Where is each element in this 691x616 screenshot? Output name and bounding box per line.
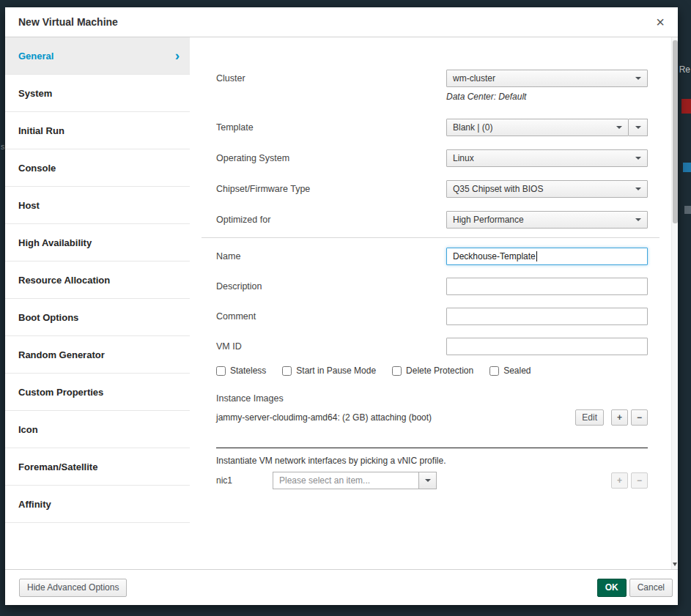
sealed-checkbox[interactable] xyxy=(489,366,499,376)
chipset-firmware-label: Chipset/Firmware Type xyxy=(216,184,446,194)
operating-system-selected-value: Linux xyxy=(453,153,474,163)
sidebar-item-label: Affinity xyxy=(18,499,51,510)
sidebar-item-label: Random Generator xyxy=(18,349,105,360)
sidebar-item-initial-run[interactable]: Initial Run xyxy=(5,112,190,149)
stateless-label: Stateless xyxy=(230,365,266,376)
scrollbar-down-arrow-icon[interactable] xyxy=(673,563,677,566)
chevron-down-icon xyxy=(635,77,641,80)
dialog-header: New Virtual Machine × xyxy=(5,7,678,37)
sidebar-item-system[interactable]: System xyxy=(5,75,190,112)
nic1-label: nic1 xyxy=(216,475,273,486)
sidebar-item-label: Console xyxy=(18,163,56,174)
sidebar-item-random-generator[interactable]: Random Generator xyxy=(5,336,190,374)
vnic-profile-dropdown-button[interactable] xyxy=(419,472,437,489)
instance-image-row: jammy-server-cloudimg-amd64: (2 GB) atta… xyxy=(216,409,648,426)
vnic-profile-placeholder: Please select an item... xyxy=(273,472,419,489)
sidebar-item-custom-properties[interactable]: Custom Properties xyxy=(5,374,190,411)
sidebar-item-label: Host xyxy=(18,200,40,211)
vm-name-input[interactable]: Deckhouse-Template xyxy=(446,248,648,265)
chevron-down-icon xyxy=(635,218,641,221)
cluster-selected-value: wm-cluster xyxy=(453,73,495,84)
comment-input[interactable] xyxy=(446,308,648,325)
dialog-footer: Hide Advanced Options OK Cancel xyxy=(5,569,678,605)
instance-images-title: Instance Images xyxy=(216,393,648,404)
backdrop-red-fragment xyxy=(681,99,691,114)
vm-id-label: VM ID xyxy=(216,341,446,352)
instance-image-text: jammy-server-cloudimg-amd64: (2 GB) atta… xyxy=(216,412,575,423)
nic-row: nic1 Please select an item... + − xyxy=(216,472,648,489)
comment-label: Comment xyxy=(216,311,446,322)
sidebar-item-general[interactable]: General › xyxy=(5,37,190,75)
edit-image-button[interactable]: Edit xyxy=(575,409,604,426)
close-icon[interactable]: × xyxy=(656,15,665,29)
dialog-sidebar: General › System Initial Run Console Hos… xyxy=(5,37,190,569)
vnic-profile-combobox[interactable]: Please select an item... xyxy=(273,472,437,489)
description-input[interactable] xyxy=(446,278,648,295)
sidebar-item-icon[interactable]: Icon xyxy=(5,411,190,448)
sidebar-item-label: System xyxy=(18,88,52,99)
optimized-for-select[interactable]: High Performance xyxy=(446,211,648,229)
section-divider xyxy=(202,237,659,238)
template-subversion-select[interactable] xyxy=(629,119,648,136)
cluster-select[interactable]: wm-cluster xyxy=(446,70,648,87)
remove-nic-button[interactable]: − xyxy=(631,472,648,489)
sidebar-item-label: High Availability xyxy=(18,237,92,248)
content-scrollbar[interactable] xyxy=(671,37,678,569)
sidebar-item-label: General xyxy=(18,51,53,62)
sidebar-item-label: Icon xyxy=(18,424,38,435)
sidebar-item-high-availability[interactable]: High Availability xyxy=(5,224,190,261)
sidebar-item-affinity[interactable]: Affinity xyxy=(5,486,190,523)
sidebar-item-label: Initial Run xyxy=(18,125,64,136)
text-cursor xyxy=(536,251,537,261)
sealed-label: Sealed xyxy=(503,365,531,376)
start-in-pause-checkbox[interactable] xyxy=(282,366,292,376)
cluster-label: Cluster xyxy=(216,73,446,84)
add-image-button[interactable]: + xyxy=(611,409,628,426)
backdrop-gray-fragment xyxy=(684,206,691,214)
sidebar-item-resource-allocation[interactable]: Resource Allocation xyxy=(5,261,190,299)
chipset-firmware-select[interactable]: Q35 Chipset with BIOS xyxy=(446,180,648,198)
delete-protection-checkbox[interactable] xyxy=(392,366,402,376)
description-label: Description xyxy=(216,281,446,292)
sidebar-item-foreman-satellite[interactable]: Foreman/Satellite xyxy=(5,448,190,486)
delete-protection-label: Delete Protection xyxy=(406,365,473,376)
chevron-down-icon xyxy=(616,126,622,129)
scrollbar-thumb[interactable] xyxy=(673,40,678,223)
operating-system-select[interactable]: Linux xyxy=(446,149,648,167)
ok-button[interactable]: OK xyxy=(597,579,627,597)
cancel-button[interactable]: Cancel xyxy=(629,579,673,597)
chevron-right-icon: › xyxy=(175,48,180,64)
backdrop-blue-fragment xyxy=(683,163,691,172)
operating-system-label: Operating System xyxy=(216,153,446,163)
stateless-checkbox-group: Stateless xyxy=(216,365,266,376)
sidebar-item-label: Boot Options xyxy=(18,312,78,323)
stateless-checkbox[interactable] xyxy=(216,366,226,376)
start-in-pause-checkbox-group: Start in Pause Mode xyxy=(282,365,376,376)
general-tab-content: Cluster wm-cluster Data Center: Default … xyxy=(190,37,678,569)
sidebar-item-host[interactable]: Host xyxy=(5,187,190,224)
sealed-checkbox-group: Sealed xyxy=(489,365,531,376)
dialog-body: General › System Initial Run Console Hos… xyxy=(5,37,678,569)
template-label: Template xyxy=(216,122,446,133)
vm-flags-row: Stateless Start in Pause Mode Delete Pro… xyxy=(216,365,648,376)
data-center-hint: Data Center: Default xyxy=(446,92,648,102)
chevron-down-icon xyxy=(635,157,641,160)
new-vm-dialog: New Virtual Machine × General › System I… xyxy=(5,7,678,605)
backdrop-text-fragment-right: Re xyxy=(679,64,690,75)
network-section-divider xyxy=(216,448,648,448)
template-select[interactable]: Blank | (0) xyxy=(446,119,629,136)
sidebar-item-console[interactable]: Console xyxy=(5,149,190,187)
add-nic-button[interactable]: + xyxy=(611,472,628,489)
chevron-down-icon xyxy=(425,479,431,482)
hide-advanced-options-button[interactable]: Hide Advanced Options xyxy=(19,579,127,597)
sidebar-item-label: Foreman/Satellite xyxy=(18,461,97,472)
name-label: Name xyxy=(216,251,446,261)
optimized-for-label: Optimized for xyxy=(216,215,446,225)
remove-image-button[interactable]: − xyxy=(631,409,648,426)
start-in-pause-label: Start in Pause Mode xyxy=(296,365,376,376)
backdrop-text-fragment-left: s xyxy=(1,142,5,151)
sidebar-item-boot-options[interactable]: Boot Options xyxy=(5,299,190,336)
sidebar-item-label: Resource Allocation xyxy=(18,275,110,286)
vm-id-input[interactable] xyxy=(446,338,648,355)
nic-intro-text: Instantiate VM network interfaces by pic… xyxy=(216,456,648,466)
